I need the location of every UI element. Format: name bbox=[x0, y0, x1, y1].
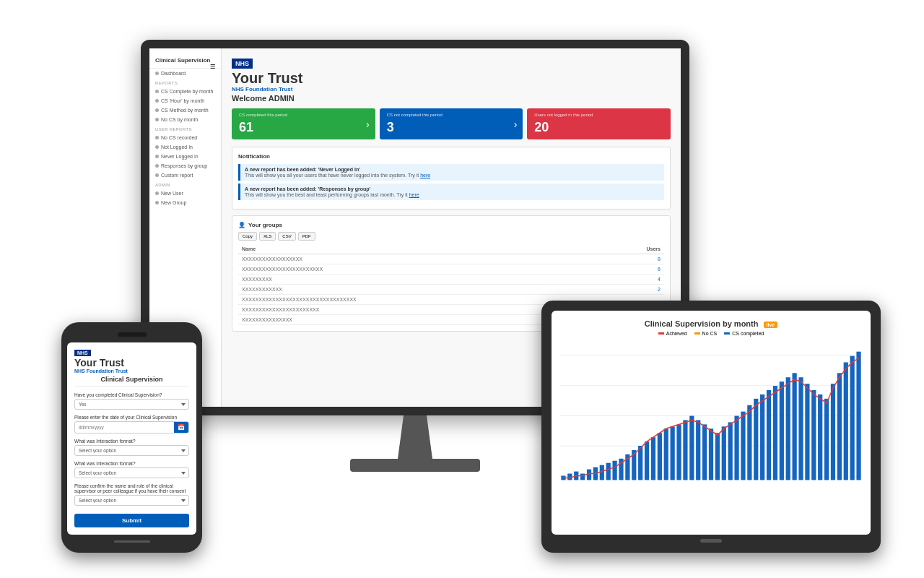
chart-bar bbox=[780, 381, 784, 480]
table-row: XXXXXXXXX4 bbox=[238, 275, 664, 285]
chart-bar bbox=[805, 384, 809, 480]
chart-bar bbox=[728, 422, 733, 480]
trust-name: Your Trust bbox=[232, 70, 671, 86]
sidebar-item-responses-by-group[interactable]: Responses by group bbox=[149, 161, 221, 171]
sidebar-item-cs-complete[interactable]: CS Complete by month bbox=[149, 87, 221, 96]
phone-select-interaction-1[interactable]: Select your option bbox=[74, 445, 189, 456]
sidebar-section-admin: ADMIN bbox=[149, 180, 221, 189]
notification-item-1-desc: This will show you the best and least pe… bbox=[245, 192, 660, 197]
never-logged-icon bbox=[155, 155, 159, 158]
stat-card-not-logged-in[interactable]: Users not logged in this period 20 bbox=[527, 108, 671, 139]
chart-bar bbox=[606, 463, 611, 480]
legend-achieved-color bbox=[658, 332, 664, 335]
chart-bar bbox=[850, 356, 855, 480]
sidebar-item-no-cs-recorded[interactable]: No CS recorded bbox=[149, 133, 221, 142]
chart-bar bbox=[702, 424, 707, 480]
sidebar-item-no-cs[interactable]: No CS by month bbox=[149, 115, 221, 124]
stat-card-completed[interactable]: CS completed this period 61 › bbox=[232, 108, 375, 139]
export-copy-button[interactable]: Copy bbox=[238, 232, 257, 241]
phone-form-group-0: Have you completed Clinical Supervision?… bbox=[74, 392, 189, 410]
chart-title: Clinical Supervision by month live bbox=[560, 319, 862, 328]
chart-bar bbox=[786, 377, 790, 480]
stat-card-completed-label: CS completed this period bbox=[239, 113, 368, 117]
chart-bar bbox=[676, 424, 681, 480]
phone-date-input[interactable] bbox=[75, 423, 174, 432]
phone-form-group-4: Please confirm the name and role of the … bbox=[74, 483, 189, 506]
notification-link-1[interactable]: here bbox=[409, 192, 419, 197]
sidebar-item-custom-report[interactable]: Custom report bbox=[149, 171, 221, 180]
group-name-cell: XXXXXXXXXXXXXXXXXX bbox=[238, 254, 601, 264]
responses-icon bbox=[155, 164, 159, 168]
chart-bar bbox=[844, 362, 848, 480]
group-users-cell: 2 bbox=[601, 285, 664, 295]
phone-trust-subtitle: NHS Foundation Trust bbox=[74, 368, 189, 374]
chart-bar bbox=[664, 428, 668, 480]
chart-bar bbox=[773, 386, 777, 480]
export-csv-button[interactable]: CSV bbox=[278, 232, 295, 241]
sidebar-item-dashboard[interactable]: Dashboard bbox=[149, 69, 210, 78]
scene: Clinical Supervision ☰ Dashboard REPORTS… bbox=[0, 0, 924, 578]
phone-nhs-logo: NHS bbox=[74, 350, 91, 356]
monitor-stand bbox=[386, 415, 444, 459]
cs-hour-icon bbox=[155, 99, 159, 103]
stat-card-not-logged-in-value: 20 bbox=[534, 120, 663, 135]
phone-label-2: What was Interaction format? bbox=[74, 439, 189, 444]
notification-item-0-desc: This will show you all your users that h… bbox=[245, 173, 660, 178]
chart-bar bbox=[741, 412, 745, 480]
no-cs-icon bbox=[155, 118, 159, 121]
phone-submit-button[interactable]: Submit bbox=[74, 514, 189, 527]
phone-form-group-3: What was Interaction format? Select your… bbox=[74, 461, 189, 478]
sidebar-item-never-logged-in[interactable]: Never Logged In bbox=[149, 152, 221, 161]
sidebar-toggle-icon[interactable]: ☰ bbox=[210, 64, 215, 70]
phone-notch bbox=[118, 332, 147, 337]
phone-form-group-1: Please enter the date of your Clinical S… bbox=[74, 415, 189, 434]
groups-title: 👤 Your groups bbox=[238, 222, 664, 228]
sidebar-item-cs-method[interactable]: CS Method by month bbox=[149, 105, 221, 115]
phone-date-input-group: 📅 bbox=[74, 421, 189, 434]
chart-bar bbox=[722, 426, 726, 480]
group-users-cell: 4 bbox=[601, 275, 664, 285]
stat-card-not-completed-label: CS not completed this period bbox=[387, 113, 516, 117]
chart-bar bbox=[734, 416, 738, 480]
notification-item-1: A new report has been added: 'Responses … bbox=[238, 184, 664, 200]
notification-item-1-title: A new report has been added: 'Responses … bbox=[245, 186, 660, 191]
chart-bar bbox=[824, 399, 829, 480]
chart-bar bbox=[709, 428, 713, 480]
nhs-logo: NHS bbox=[232, 59, 253, 69]
sidebar-item-new-group[interactable]: New Group bbox=[149, 198, 221, 207]
phone-select-supervisor[interactable]: Select your option bbox=[74, 495, 189, 506]
phone-label-1: Please enter the date of your Clinical S… bbox=[74, 415, 189, 420]
phone-select-interaction-2[interactable]: Select your option bbox=[74, 467, 189, 478]
stat-card-completed-arrow: › bbox=[366, 118, 370, 130]
chart-bar bbox=[715, 433, 720, 480]
legend-item-cs-completed: CS completed bbox=[724, 331, 764, 336]
welcome-text: Welcome ADMIN bbox=[232, 94, 671, 103]
stat-card-not-completed[interactable]: CS not completed this period 3 › bbox=[380, 108, 523, 139]
phone-select-completed[interactable]: Yes No bbox=[74, 399, 189, 410]
export-xls-button[interactable]: XLS bbox=[259, 232, 276, 241]
phone-label-0: Have you completed Clinical Supervision? bbox=[74, 392, 189, 397]
chart-area bbox=[560, 340, 862, 506]
sidebar-item-cs-hour[interactable]: CS 'Hour' by month bbox=[149, 96, 221, 105]
table-row: XXXXXXXXXXXX2 bbox=[238, 285, 664, 295]
phone-date-calendar-button[interactable]: 📅 bbox=[174, 422, 188, 433]
group-name-cell: XXXXXXXXXXXX bbox=[238, 285, 601, 295]
phone-screen: NHS Your Trust NHS Foundation Trust Clin… bbox=[67, 342, 196, 535]
sidebar-item-new-user[interactable]: New User bbox=[149, 189, 221, 198]
dashboard-dot-icon bbox=[155, 72, 159, 75]
chart-bar bbox=[658, 433, 662, 480]
notification-link-0[interactable]: here bbox=[420, 173, 430, 178]
legend-item-no-cs: No CS bbox=[694, 331, 718, 336]
stat-card-completed-value: 61 bbox=[239, 120, 368, 135]
chart-bar bbox=[580, 474, 585, 480]
chart-bar bbox=[831, 384, 835, 480]
sidebar-item-not-logged-in[interactable]: Not Logged In bbox=[149, 142, 221, 152]
legend-no-cs-color bbox=[694, 332, 700, 335]
stat-card-not-logged-in-label: Users not logged in this period bbox=[534, 113, 663, 117]
notification-title: Notification bbox=[238, 153, 664, 160]
chart-bar bbox=[612, 461, 616, 480]
chart-bar bbox=[671, 426, 675, 480]
new-user-icon bbox=[155, 191, 159, 195]
chart-bar bbox=[760, 394, 764, 480]
export-pdf-button[interactable]: PDF bbox=[298, 232, 315, 241]
